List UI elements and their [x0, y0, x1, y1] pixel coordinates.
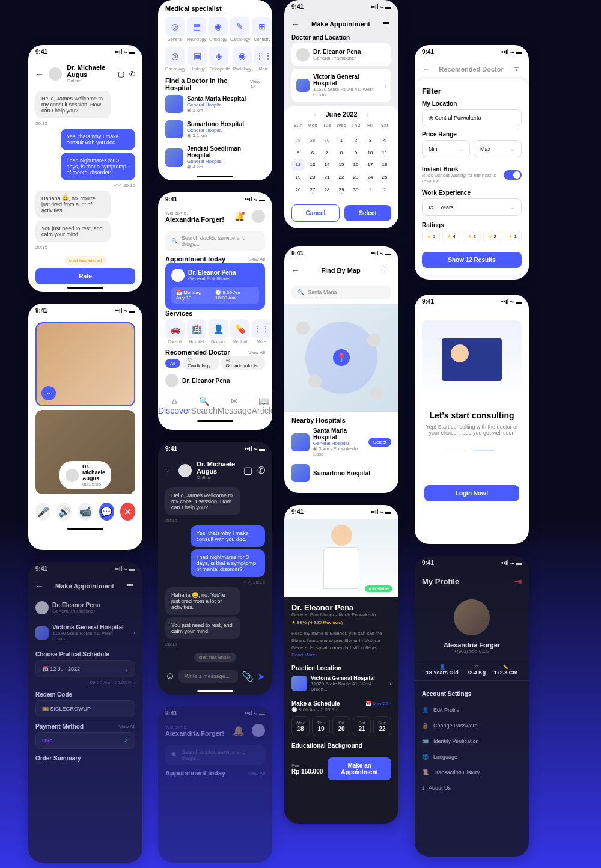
location-select[interactable]: ◎ Central Purwokerto: [422, 109, 522, 126]
spec-radiology[interactable]: ◉Radiology: [233, 46, 252, 71]
read-more-link[interactable]: Read More: [291, 652, 316, 658]
search-input[interactable]: 🔍Search doctor, service and drugs...: [165, 745, 265, 765]
spec-cardiology[interactable]: ✎Cardiology: [230, 17, 250, 41]
show-results-button[interactable]: Show 12 Results: [422, 252, 522, 268]
map-marker[interactable]: [367, 334, 380, 347]
end-call-button[interactable]: ✕: [120, 503, 135, 521]
back-icon[interactable]: ←: [35, 581, 44, 591]
rating-3[interactable]: ★ 3: [463, 231, 481, 242]
chat-button[interactable]: 💬: [99, 503, 114, 521]
spec-orthopedic[interactable]: ◈Orthopedic: [209, 46, 230, 71]
hospital-item[interactable]: Sumartono HospitalGeneral Hospital◉ 3.1 …: [165, 117, 265, 142]
date-option[interactable]: Thu19: [312, 716, 330, 736]
map-view[interactable]: 📍: [284, 304, 398, 412]
cancel-button[interactable]: Cancel: [291, 204, 340, 222]
map-marker[interactable]: [296, 322, 310, 335]
spec-neurology[interactable]: ▤Neurology: [187, 17, 206, 41]
view-all-link[interactable]: View All: [248, 350, 265, 355]
speaker-button[interactable]: 🔊: [56, 503, 72, 521]
filter-icon[interactable]: ⫧: [512, 64, 522, 75]
attach-button[interactable]: 📎: [242, 671, 254, 682]
rating-5[interactable]: ★ 5: [422, 231, 440, 242]
tab-message[interactable]: ✉Message: [218, 396, 252, 415]
selected-hospital-card[interactable]: Victoria General Hospital11620 State Rou…: [291, 69, 391, 102]
message-input[interactable]: Write a message...: [178, 670, 238, 683]
price-max[interactable]: Max⌄: [474, 140, 522, 157]
call-icon[interactable]: ✆: [257, 465, 265, 476]
tab-search[interactable]: 🔍Search: [191, 396, 217, 415]
map-marker[interactable]: [308, 374, 322, 388]
recommended-doctor-item[interactable]: Dr. Eleanor Pena: [158, 370, 272, 391]
book-button[interactable]: Make an Appointment: [328, 757, 391, 780]
month-next[interactable]: ›: [367, 111, 369, 118]
spec-onecology[interactable]: ◎Onecology: [165, 46, 185, 71]
back-icon[interactable]: ←: [291, 266, 300, 275]
schedule-date-select[interactable]: 📅 12 Jun 2022⌄: [35, 660, 135, 677]
spec-dentistry[interactable]: ⊞Dentistry: [252, 17, 272, 41]
logout-icon[interactable]: ⇥: [514, 576, 522, 587]
tab-article[interactable]: 📖Article: [252, 396, 272, 415]
spec-urology[interactable]: ▣Urology: [188, 46, 207, 71]
payment-method[interactable]: Ovo✓: [35, 732, 135, 749]
mute-button[interactable]: 🎤: [35, 503, 50, 521]
search-input[interactable]: 🔍Search doctor, service and drugs...: [165, 231, 265, 251]
map-marker[interactable]: [370, 387, 383, 400]
work-exp-select[interactable]: 🗂 3 Years⌄: [422, 198, 522, 216]
hospital-item[interactable]: Santa Maria HospitalGeneral Hospital◉ 3 …: [165, 91, 265, 117]
date-option[interactable]: Sun22: [373, 716, 391, 736]
filter-icon[interactable]: ⫧: [126, 581, 135, 591]
view-all-link[interactable]: View All: [250, 79, 265, 90]
call-icon[interactable]: ✆: [129, 70, 135, 78]
tab-discover[interactable]: ⌂Discover: [158, 396, 191, 415]
view-all-link[interactable]: View All: [118, 724, 135, 729]
svc-doctors[interactable]: 👤Doctors: [209, 319, 228, 344]
back-icon[interactable]: ←: [165, 466, 174, 475]
spec-oncology[interactable]: ◉Oncology: [209, 17, 228, 41]
price-min[interactable]: Min⌄: [422, 140, 470, 157]
menu-about[interactable]: ℹAbout Us: [415, 780, 529, 796]
spec-more[interactable]: ⋮⋮More: [254, 46, 272, 71]
user-avatar[interactable]: [252, 210, 265, 223]
select-button[interactable]: Select: [344, 205, 391, 221]
svc-more[interactable]: ⋮⋮More: [252, 319, 271, 344]
appointment-card[interactable]: Dr. Eleanor PenaGeneral Practitioner 📅 M…: [165, 263, 265, 310]
hospital-row[interactable]: Victoria General Hospital11620 State Rou…: [35, 619, 135, 646]
redeem-input[interactable]: 🎫 SICLEGROWUP: [35, 700, 135, 717]
rating-1[interactable]: ★ 1: [504, 231, 522, 242]
selected-date[interactable]: 12: [291, 159, 305, 171]
date-option[interactable]: Fri20: [332, 716, 350, 736]
profile-avatar[interactable]: [454, 599, 490, 635]
video-icon[interactable]: ▢: [243, 465, 252, 476]
notification-icon[interactable]: 🔔: [234, 212, 245, 221]
rating-4[interactable]: ★ 4: [442, 231, 460, 242]
nearby-hospital-item[interactable]: Sumartono Hospital: [291, 460, 391, 486]
menu-identity[interactable]: 🪪Identity Verification: [415, 733, 529, 749]
map-search-input[interactable]: 🔍Santa Maria: [291, 286, 391, 299]
view-all-link[interactable]: View All: [248, 257, 265, 262]
month-prev[interactable]: ‹: [314, 111, 316, 118]
doctor-avatar[interactable]: [178, 464, 192, 477]
chip-all[interactable]: All: [165, 359, 180, 368]
chip-oto[interactable]: ◎ Otolaringologis: [221, 356, 266, 370]
svc-consult[interactable]: 🚗Consult: [165, 319, 185, 344]
instant-book-toggle[interactable]: [504, 170, 522, 180]
menu-transactions[interactable]: 📜Transaction History: [415, 765, 529, 780]
emoji-button[interactable]: ☺: [165, 671, 175, 682]
send-button[interactable]: ➤: [257, 671, 265, 682]
month-picker[interactable]: 📅 May 22 ›: [365, 701, 391, 706]
selected-doctor-card[interactable]: Dr. Eleanor PenaGeneral Practitioner: [291, 43, 391, 66]
hospital-item[interactable]: Jendral Soedirman HospitalGeneral Hospit…: [165, 142, 265, 173]
chip-cardiology[interactable]: ♡ Cardiology: [183, 356, 219, 370]
video-icon[interactable]: ▢: [118, 70, 124, 78]
doctor-avatar[interactable]: [49, 67, 62, 81]
svc-medical[interactable]: 💊Medical: [230, 319, 249, 344]
menu-edit-profile[interactable]: 👤Edit Profile: [415, 702, 529, 718]
rate-button[interactable]: Rate: [35, 268, 135, 284]
menu-language[interactable]: 🌐Language: [415, 749, 529, 765]
rating-2[interactable]: ★ 2: [483, 231, 501, 242]
spec-general[interactable]: ◎General: [165, 17, 185, 41]
filter-icon[interactable]: ⫧: [382, 19, 391, 29]
camera-button[interactable]: 📹: [78, 503, 93, 521]
select-hospital-button[interactable]: Select: [368, 438, 391, 447]
menu-change-password[interactable]: 🔒Change Password: [415, 718, 529, 733]
